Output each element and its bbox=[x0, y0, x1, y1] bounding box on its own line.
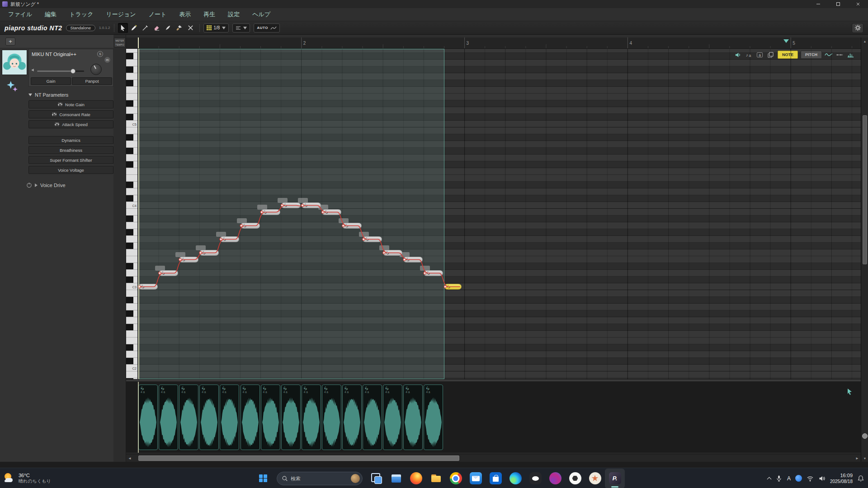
horizontal-scrollbar[interactable]: ◄ ► bbox=[126, 454, 861, 462]
horizontal-scroll-thumb[interactable] bbox=[138, 455, 459, 461]
white-key[interactable] bbox=[126, 222, 137, 229]
black-key[interactable] bbox=[126, 182, 137, 188]
waveform-segment[interactable]: ら4 a bbox=[199, 385, 219, 450]
settings-button[interactable] bbox=[852, 23, 863, 33]
waveform-segment[interactable]: ら4 a bbox=[241, 385, 260, 450]
black-key[interactable] bbox=[126, 310, 137, 317]
tool-select-button[interactable] bbox=[118, 23, 128, 33]
playhead-marker[interactable] bbox=[138, 38, 139, 49]
scroll-up-arrow[interactable]: ▲ bbox=[861, 38, 868, 45]
search-box[interactable] bbox=[277, 472, 363, 485]
tool-cut-button[interactable] bbox=[186, 23, 196, 33]
curve-button-2[interactable]: Super Formant Shifter bbox=[28, 156, 113, 164]
taskbar-icon-discord[interactable] bbox=[525, 469, 545, 488]
scroll-down-arrow[interactable]: ▼ bbox=[861, 455, 868, 462]
tray-app-icon[interactable] bbox=[795, 475, 802, 482]
white-key[interactable] bbox=[126, 60, 137, 66]
sparkle-icon[interactable] bbox=[6, 80, 19, 93]
piano-roll[interactable]: ♪a a NOTE PITCH らららららららららららららららら bbox=[137, 49, 861, 379]
song-end-marker[interactable] bbox=[783, 39, 789, 43]
black-key[interactable] bbox=[126, 148, 137, 155]
black-key[interactable] bbox=[126, 161, 137, 168]
waveform-segment[interactable]: ら4 a bbox=[179, 385, 198, 450]
taskbar-icon-file-explorer[interactable] bbox=[386, 469, 406, 488]
vertical-scrollbar[interactable]: ▲ ▼ bbox=[861, 38, 868, 462]
waveform-segment[interactable]: ら4 a bbox=[363, 385, 382, 450]
white-key[interactable]: C2 bbox=[126, 365, 137, 371]
taskbar-icon-instagram[interactable] bbox=[545, 469, 565, 488]
solo-button[interactable]: S bbox=[97, 51, 103, 57]
zoom-knob[interactable] bbox=[862, 433, 868, 439]
white-key[interactable] bbox=[126, 304, 137, 310]
snap-grid-dropdown[interactable]: 1/8 bbox=[203, 23, 229, 33]
curve-button-3[interactable]: Voice Voltage bbox=[28, 166, 113, 174]
white-key[interactable] bbox=[126, 188, 137, 195]
black-key[interactable] bbox=[126, 324, 137, 331]
black-key[interactable] bbox=[126, 229, 137, 236]
white-key[interactable] bbox=[126, 236, 137, 243]
tray-overflow-chevron[interactable] bbox=[767, 477, 771, 481]
waveform-segment[interactable]: ら4 a bbox=[424, 385, 443, 450]
black-key[interactable] bbox=[126, 53, 137, 60]
notification-bell-icon[interactable] bbox=[857, 475, 864, 482]
white-key[interactable] bbox=[126, 175, 137, 182]
wifi-icon[interactable] bbox=[807, 475, 814, 482]
black-key[interactable] bbox=[126, 80, 137, 87]
vertical-scroll-thumb[interactable] bbox=[863, 115, 867, 264]
menu-item-8[interactable]: ヘルプ bbox=[246, 8, 277, 21]
white-key[interactable] bbox=[126, 168, 137, 175]
nt-parameters-header[interactable]: NT Parameters bbox=[28, 92, 68, 98]
taskbar-icon-chrome[interactable] bbox=[446, 469, 466, 488]
menu-item-0[interactable]: ファイル bbox=[2, 8, 38, 21]
mute-button[interactable]: m bbox=[104, 57, 110, 63]
white-key[interactable] bbox=[126, 141, 137, 148]
taskbar-icon-edge[interactable] bbox=[505, 469, 525, 488]
scroll-left-arrow[interactable]: ◄ bbox=[126, 454, 133, 462]
gain-button[interactable]: Gain bbox=[31, 77, 71, 85]
piano-keyboard[interactable]: C6C5C4C3C2 bbox=[126, 49, 137, 379]
black-key[interactable] bbox=[126, 134, 137, 141]
white-key[interactable] bbox=[126, 249, 137, 256]
black-key[interactable] bbox=[126, 297, 137, 304]
black-key[interactable] bbox=[126, 358, 137, 365]
menu-item-2[interactable]: トラック bbox=[63, 8, 99, 21]
tool-pencil-button[interactable] bbox=[129, 23, 139, 33]
black-key[interactable] bbox=[126, 100, 137, 107]
volume-tray-icon[interactable] bbox=[818, 475, 826, 482]
white-key[interactable] bbox=[126, 290, 137, 297]
volume-slider[interactable] bbox=[37, 70, 84, 72]
white-key[interactable] bbox=[126, 338, 137, 344]
white-key[interactable] bbox=[126, 107, 137, 114]
param-button-2[interactable]: Attack Speed bbox=[28, 120, 113, 128]
black-key[interactable] bbox=[126, 114, 137, 121]
auto-button[interactable]: AUTO bbox=[254, 23, 280, 33]
taskbar-icon-task-view[interactable] bbox=[366, 469, 386, 488]
weather-widget[interactable]: 36°C 晴れのちくもり bbox=[4, 468, 51, 488]
taskbar-icon-firefox[interactable] bbox=[406, 469, 426, 488]
quantize-dropdown[interactable] bbox=[232, 23, 250, 33]
white-key[interactable]: C3 bbox=[126, 283, 137, 290]
white-key[interactable] bbox=[126, 94, 137, 100]
add-track-button[interactable]: + bbox=[5, 38, 15, 46]
waveform-segment[interactable]: ら4 a bbox=[220, 385, 239, 450]
waveform-segment[interactable]: ら4 a bbox=[159, 385, 178, 450]
black-key[interactable] bbox=[126, 344, 137, 351]
waveform-segment[interactable]: ら4 a bbox=[138, 385, 158, 450]
white-key[interactable] bbox=[126, 127, 137, 134]
playhead-line[interactable] bbox=[138, 49, 139, 379]
close-button[interactable] bbox=[848, 0, 868, 8]
start-button[interactable] bbox=[253, 469, 273, 488]
param-button-1[interactable]: Consonant Rate bbox=[28, 110, 113, 118]
taskbar-icon-folder[interactable] bbox=[426, 469, 446, 488]
white-key[interactable] bbox=[126, 371, 137, 378]
menu-item-1[interactable]: 編集 bbox=[38, 8, 63, 21]
waveform-segment[interactable]: ら4 a bbox=[322, 385, 341, 450]
menu-item-5[interactable]: 表示 bbox=[173, 8, 197, 21]
taskbar-icon-chatgpt[interactable] bbox=[565, 469, 585, 488]
tool-brush-button[interactable] bbox=[175, 23, 184, 33]
white-key[interactable] bbox=[126, 73, 137, 80]
white-key[interactable] bbox=[126, 256, 137, 263]
white-key[interactable] bbox=[126, 331, 137, 338]
maximize-button[interactable] bbox=[828, 0, 848, 8]
waveform-segment[interactable]: ら4 a bbox=[261, 385, 280, 450]
